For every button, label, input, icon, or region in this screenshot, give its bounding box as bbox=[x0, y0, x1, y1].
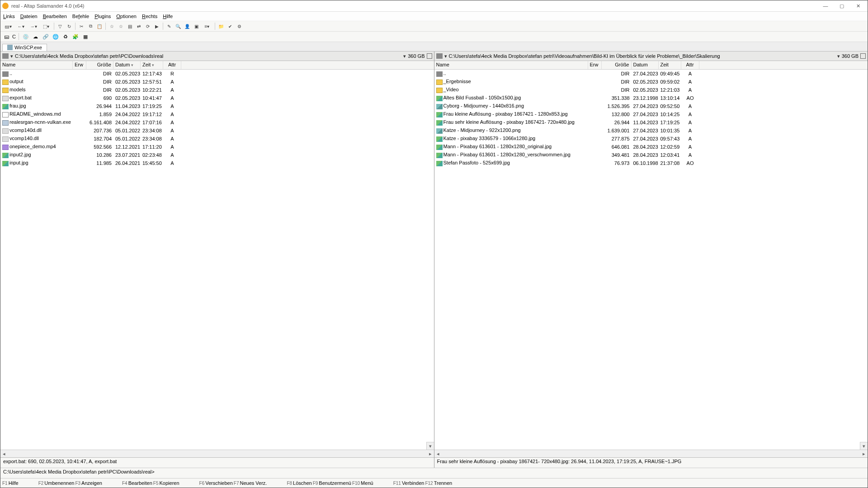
menu-bearbeiten[interactable]: Bearbeiten bbox=[43, 14, 67, 19]
drive-cloud-icon[interactable]: ☁ bbox=[32, 33, 40, 40]
tb-list-button[interactable]: ▤ bbox=[126, 22, 134, 30]
tb-swap-button[interactable]: ⇄ bbox=[135, 22, 143, 30]
tb-copy-button[interactable]: ⧉ bbox=[86, 22, 94, 30]
menu-rechts[interactable]: Rechts bbox=[142, 14, 157, 19]
tb-cmd-button[interactable]: ▣ bbox=[192, 22, 200, 30]
left-hscroll[interactable]: ◂ ▸ bbox=[0, 450, 434, 457]
fn-menu[interactable]: F10Menü bbox=[352, 480, 373, 486]
tb-drive-dropdown[interactable]: 🖴▾ bbox=[2, 22, 14, 30]
minimize-button[interactable]: — bbox=[818, 1, 833, 10]
left-pathbar[interactable]: ▾ C:\Users\stefa\4eck Media Dropbox\stef… bbox=[0, 52, 434, 61]
fn-edit[interactable]: F4Bearbeiten bbox=[122, 480, 152, 486]
path-dropdown-icon[interactable]: ▾ bbox=[403, 53, 406, 59]
right-pathbar[interactable]: ▾ C:\Users\stefa\4eck Media Dropbox\stef… bbox=[434, 52, 868, 61]
tb-reload-button[interactable]: ⟳ bbox=[144, 22, 152, 30]
drive-c-label[interactable]: C bbox=[12, 34, 16, 39]
file-row[interactable]: input2.jpg10.28623.07.202102:23:48A bbox=[0, 151, 434, 159]
col-ext[interactable]: Erw bbox=[588, 61, 602, 69]
col-name[interactable]: Name bbox=[0, 61, 73, 69]
fn-view[interactable]: F3Anzeigen bbox=[75, 480, 102, 486]
close-button[interactable]: ✕ bbox=[850, 1, 866, 10]
file-row[interactable]: Cyborg - Midjourney - 1440x816.png1.526.… bbox=[434, 102, 868, 110]
tb-cut-button[interactable]: ✂ bbox=[77, 22, 85, 30]
tb-view-dropdown[interactable]: ≡▾ bbox=[201, 22, 213, 30]
fn-copy[interactable]: F5Kopieren bbox=[153, 480, 179, 486]
titlebar[interactable]: real - Altap Salamander 4.0 (x64) — ▢ ✕ bbox=[0, 0, 868, 12]
file-row[interactable]: export.bat69002.05.202310:41:47A bbox=[0, 94, 434, 102]
col-date[interactable]: Datum ▾ bbox=[113, 61, 141, 69]
col-size[interactable]: Größe bbox=[86, 61, 113, 69]
menu-dateien[interactable]: Dateien bbox=[20, 14, 38, 19]
right-file-list[interactable]: ..DIR27.04.202309:49:45A_ErgebnisseDIR02… bbox=[434, 70, 868, 450]
fn-disconnect[interactable]: F12Trennen bbox=[425, 480, 452, 486]
file-row[interactable]: modelsDIR02.05.202310:22:21A bbox=[0, 86, 434, 94]
drive-hdd-icon[interactable]: 🖴 bbox=[2, 33, 10, 40]
drive-plugin-icon[interactable]: 🧩 bbox=[71, 33, 80, 40]
tb-check-button[interactable]: ✔ bbox=[226, 22, 234, 30]
file-row[interactable]: Frau sehr kleine Auflösung - pixabay 186… bbox=[434, 118, 868, 127]
menu-links[interactable]: Links bbox=[3, 14, 15, 19]
menu-plugins[interactable]: Plugins bbox=[94, 14, 111, 19]
chevron-down-icon[interactable]: ▾ bbox=[10, 53, 13, 59]
left-file-list[interactable]: ..DIR02.05.202312:17:43RoutputDIR02.05.2… bbox=[0, 70, 434, 450]
file-row[interactable]: _ErgebnisseDIR02.05.202309:59:02A bbox=[434, 78, 868, 86]
tb-refresh-button[interactable]: ↻ bbox=[65, 22, 73, 30]
fn-connect[interactable]: F11Verbinden bbox=[393, 480, 425, 486]
file-row[interactable]: Frau kleine Auflösung - pixabay 1867421 … bbox=[434, 110, 868, 118]
tb-fav2-button[interactable]: ☆ bbox=[117, 22, 125, 30]
tb-forward-button[interactable]: →▾ bbox=[28, 22, 39, 30]
tb-back-button[interactable]: ←▾ bbox=[15, 22, 27, 30]
drive-sync-icon[interactable]: ♻ bbox=[61, 33, 70, 40]
tb-folder-button[interactable]: 📁 bbox=[217, 22, 225, 30]
path-dropdown-icon[interactable]: ▾ bbox=[837, 53, 840, 59]
file-row[interactable]: ..DIR27.04.202309:49:45A bbox=[434, 70, 868, 78]
file-row[interactable]: ..DIR02.05.202312:17:43R bbox=[0, 70, 434, 78]
fn-move[interactable]: F6Verschieben bbox=[199, 480, 233, 486]
col-attr[interactable]: Attr bbox=[681, 61, 699, 69]
scroll-down-icon[interactable]: ▾ bbox=[860, 442, 868, 450]
col-ext[interactable]: Erw bbox=[73, 61, 86, 69]
file-row[interactable]: vcomp140.dll182.70405.01.202223:34:08A bbox=[0, 135, 434, 143]
file-row[interactable]: realesrgan-ncnn-vulkan.exe6.161.40824.04… bbox=[0, 118, 434, 127]
tb-zoom-button[interactable]: 🔍 bbox=[174, 22, 182, 30]
tb-wand-button[interactable]: ✎ bbox=[165, 22, 173, 30]
panel-max-button[interactable] bbox=[860, 53, 866, 59]
scroll-right-icon[interactable]: ▸ bbox=[860, 451, 868, 457]
tb-user-button[interactable]: 👤 bbox=[183, 22, 191, 30]
tb-paste-button[interactable]: 📋 bbox=[95, 22, 104, 30]
left-path[interactable]: C:\Users\stefa\4eck Media Dropbox\stefan… bbox=[15, 53, 401, 59]
fn-usermenu[interactable]: F9Benutzermenü bbox=[313, 480, 351, 486]
menu-befehle[interactable]: Befehle bbox=[72, 14, 89, 19]
maximize-button[interactable]: ▢ bbox=[834, 1, 849, 10]
menu-hilfe[interactable]: Hilfe bbox=[163, 14, 173, 19]
col-attr[interactable]: Attr bbox=[163, 61, 181, 69]
tb-go-button[interactable]: ▶ bbox=[153, 22, 161, 30]
panel-max-button[interactable] bbox=[427, 53, 432, 59]
scroll-right-icon[interactable]: ▸ bbox=[427, 451, 434, 457]
scroll-down-icon[interactable]: ▾ bbox=[426, 442, 434, 450]
file-row[interactable]: _VideoDIR02.05.202312:21:03A bbox=[434, 86, 868, 94]
drive-window-icon[interactable]: ▦ bbox=[81, 33, 90, 40]
scroll-left-icon[interactable]: ◂ bbox=[434, 451, 442, 457]
file-row[interactable]: onepiece_demo.mp4592.56612.12.202117:11:… bbox=[0, 143, 434, 151]
tb-filter-button[interactable]: ▽ bbox=[56, 22, 64, 30]
drive-disc-icon[interactable]: 💿 bbox=[22, 33, 30, 40]
file-row[interactable]: Mann - Pixabay 613601 - 1280x1280_origin… bbox=[434, 143, 868, 151]
col-size[interactable]: Größe bbox=[602, 61, 632, 69]
chevron-down-icon[interactable]: ▾ bbox=[444, 53, 447, 59]
col-name[interactable]: Name bbox=[434, 61, 588, 69]
file-row[interactable]: Katze - Midjourney - 922x1200.png1.639.0… bbox=[434, 127, 868, 135]
file-row[interactable]: README_windows.md1.85924.04.202219:17:12… bbox=[0, 110, 434, 118]
drive-globe-icon[interactable]: 🌐 bbox=[52, 33, 60, 40]
right-path[interactable]: C:\Users\stefa\4eck Media Dropbox\stefan… bbox=[449, 53, 835, 59]
fn-mkdir[interactable]: F7Neues Verz. bbox=[234, 480, 267, 486]
col-time[interactable]: Zeit ▾ bbox=[141, 61, 163, 69]
fn-rename[interactable]: F2Umbenennen bbox=[38, 480, 75, 486]
command-line[interactable]: C:\Users\stefa\4eck Media Dropbox\stefan… bbox=[0, 468, 868, 478]
col-time[interactable]: Zeit bbox=[659, 61, 681, 69]
file-row[interactable]: Altes Bild Fussball - 1050x1500.jpg351.3… bbox=[434, 94, 868, 102]
fn-help[interactable]: F1Hilfe bbox=[2, 480, 19, 486]
menu-optionen[interactable]: Optionen bbox=[116, 14, 137, 19]
tab-winscp[interactable]: WinSCP.exe bbox=[2, 44, 47, 51]
file-row[interactable]: vcomp140d.dll207.73605.01.202223:34:08A bbox=[0, 127, 434, 135]
